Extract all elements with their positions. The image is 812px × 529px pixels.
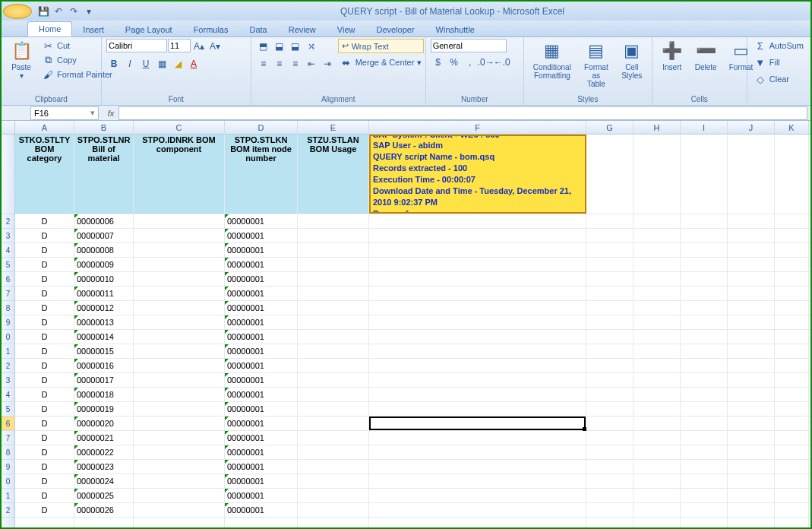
cell[interactable] (298, 417, 369, 430)
number-format-select[interactable] (431, 39, 507, 52)
cell[interactable] (728, 330, 775, 344)
row-header[interactable]: 1 (2, 489, 15, 503)
cell[interactable] (681, 243, 728, 257)
cell[interactable] (298, 330, 369, 344)
cell[interactable] (586, 301, 633, 315)
cell[interactable]: 00000016 (74, 359, 134, 372)
cell[interactable] (775, 344, 809, 358)
cell[interactable] (586, 445, 633, 459)
cell[interactable] (633, 460, 681, 474)
cell[interactable] (775, 474, 809, 488)
cell[interactable] (586, 229, 633, 242)
formula-input[interactable] (118, 106, 807, 120)
cell[interactable] (681, 344, 728, 358)
row-header[interactable]: 2 (2, 359, 15, 373)
row-header[interactable]: 9 (2, 460, 15, 474)
cell[interactable]: D (15, 474, 74, 488)
cell[interactable] (298, 388, 369, 401)
cell[interactable] (633, 301, 681, 315)
cell[interactable]: 00000024 (74, 474, 134, 488)
cell[interactable] (728, 301, 775, 315)
cell[interactable] (728, 503, 775, 517)
comma-icon[interactable]: , (463, 55, 478, 70)
tab-review[interactable]: Review (278, 23, 327, 36)
cell[interactable]: STPO.STLKN BOM item node number (225, 135, 298, 214)
cell[interactable] (775, 243, 809, 257)
cell[interactable] (775, 214, 809, 228)
insert-cells-button[interactable]: ➕Insert (657, 39, 687, 73)
cell[interactable] (369, 489, 586, 502)
cell[interactable] (134, 272, 225, 286)
cell[interactable]: D (15, 258, 74, 271)
cell[interactable] (298, 287, 369, 300)
cell[interactable] (369, 503, 586, 517)
cell[interactable] (681, 388, 728, 401)
cell[interactable] (681, 135, 728, 214)
cell[interactable] (134, 445, 225, 459)
cell[interactable] (728, 287, 775, 300)
cell[interactable]: 00000008 (74, 243, 134, 257)
cell[interactable]: D (15, 315, 74, 329)
row-header[interactable]: 6 (2, 272, 15, 287)
indent-dec-icon[interactable]: ⇤ (304, 56, 319, 71)
tab-winshuttle[interactable]: Winshuttle (425, 23, 485, 36)
cell[interactable]: D (15, 287, 74, 300)
cell[interactable] (134, 315, 225, 329)
cell[interactable] (586, 489, 633, 502)
cell[interactable] (586, 388, 633, 401)
border-button[interactable]: ▦ (154, 56, 169, 71)
cell[interactable] (681, 359, 728, 372)
cell[interactable]: 00000001 (225, 503, 298, 517)
col-header-C[interactable]: C (134, 121, 225, 134)
cell[interactable] (775, 518, 809, 529)
cell[interactable]: STKO.STLTY BOM category (15, 135, 74, 214)
cell[interactable] (74, 518, 134, 529)
cell[interactable] (298, 460, 369, 474)
cell[interactable] (681, 503, 728, 517)
cell[interactable] (728, 460, 775, 474)
row-header[interactable]: 0 (2, 330, 15, 344)
cell[interactable] (633, 315, 681, 329)
cell[interactable]: SAP System : Client - WE6 : 800SAP User … (369, 135, 586, 214)
cell[interactable]: 00000001 (225, 431, 298, 445)
cell[interactable] (369, 301, 586, 315)
autosum-button[interactable]: ΣAutoSum (752, 39, 806, 52)
cell[interactable] (728, 229, 775, 242)
format-as-table-button[interactable]: ▤Format as Table (579, 39, 614, 90)
cell[interactable]: 00000001 (225, 417, 298, 430)
cell[interactable] (134, 359, 225, 372)
cell[interactable] (728, 135, 775, 214)
cell[interactable] (681, 272, 728, 286)
cell[interactable] (369, 315, 586, 329)
percent-icon[interactable]: % (447, 55, 462, 70)
cell[interactable]: 00000001 (225, 243, 298, 257)
fx-icon[interactable]: fx (103, 109, 118, 118)
cell[interactable]: D (15, 489, 74, 502)
align-top-icon[interactable]: ⬒ (256, 39, 271, 54)
cell[interactable] (728, 474, 775, 488)
cell[interactable] (681, 417, 728, 430)
cell[interactable] (728, 344, 775, 358)
cell[interactable]: 00000001 (225, 460, 298, 474)
cells-area[interactable]: STKO.STLTY BOM categorySTPO.STLNR Bill o… (15, 135, 810, 529)
cell[interactable]: 00000001 (225, 402, 298, 416)
dropdown-icon[interactable]: ▾ (90, 108, 95, 118)
cell[interactable]: D (15, 402, 74, 416)
clear-button[interactable]: ◇Clear (752, 72, 791, 86)
cell[interactable] (586, 373, 633, 387)
cell[interactable] (586, 258, 633, 271)
spreadsheet-grid[interactable]: ABCDEFGHIJK 234567890123456789012 STKO.S… (2, 121, 810, 529)
cell[interactable]: 00000001 (225, 258, 298, 271)
cell[interactable] (633, 503, 681, 517)
cell[interactable] (633, 445, 681, 459)
cell[interactable]: D (15, 330, 74, 344)
cell[interactable]: 00000011 (74, 287, 134, 300)
row-header[interactable]: 9 (2, 315, 15, 330)
indent-inc-icon[interactable]: ⇥ (320, 56, 335, 71)
row-header[interactable]: 0 (2, 474, 15, 489)
row-header[interactable]: 8 (2, 445, 15, 460)
row-header[interactable]: 2 (2, 503, 15, 518)
cell[interactable] (369, 417, 586, 430)
cell[interactable]: D (15, 431, 74, 445)
italic-button[interactable]: I (122, 56, 137, 71)
